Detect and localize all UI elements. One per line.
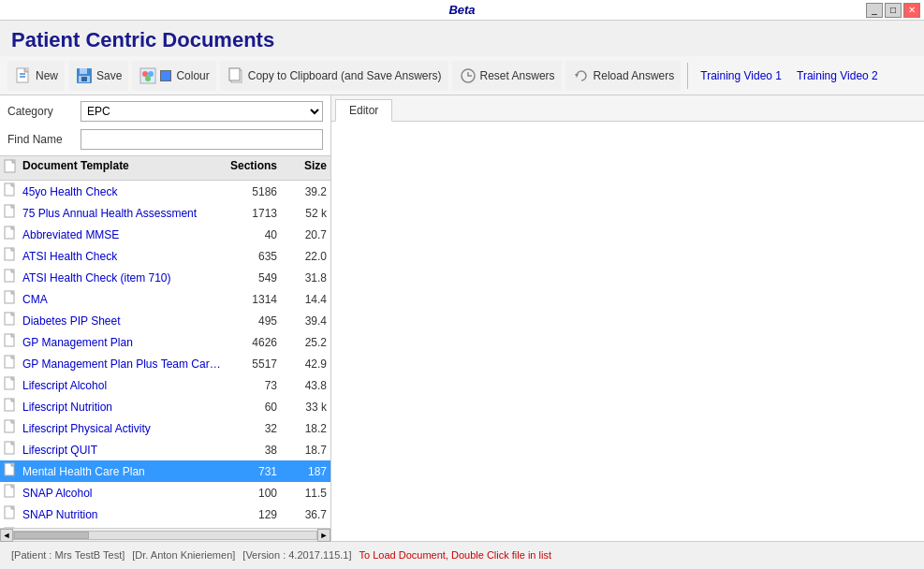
doc-icon: [4, 441, 22, 459]
table-row[interactable]: Lifescript Nutrition6033 k: [0, 396, 330, 417]
doc-size: 187: [285, 465, 327, 478]
doc-sections: 1314: [224, 293, 285, 306]
category-select[interactable]: EPC: [81, 101, 323, 122]
editor-area: [331, 122, 924, 541]
table-row[interactable]: SNAP Nutrition12936.7: [0, 503, 330, 525]
svg-rect-7: [81, 77, 87, 81]
table-row[interactable]: Lifescript Physical Activity3218.2: [0, 417, 330, 439]
doc-name: 45yo Health Check: [22, 185, 224, 198]
scroll-left-btn[interactable]: ◄: [0, 529, 13, 542]
svg-rect-5: [80, 68, 87, 74]
doc-name: Lifescript Nutrition: [22, 401, 224, 414]
doc-sections: 495: [224, 314, 285, 328]
doc-size: 11.5: [285, 487, 327, 500]
svg-point-10: [148, 71, 154, 77]
right-panel: Editor: [331, 95, 924, 541]
svg-point-9: [142, 71, 148, 77]
scroll-right-btn[interactable]: ►: [317, 529, 330, 542]
svg-marker-15: [575, 74, 579, 78]
tab-bar: Editor: [331, 95, 924, 122]
header-document-template: Document Template: [22, 159, 224, 177]
h-scrollbar-thumb: [14, 532, 89, 539]
copy-icon: [227, 66, 245, 85]
doc-size: 20.7: [285, 228, 327, 241]
doc-icon: [4, 398, 22, 416]
colour-icon: [139, 66, 157, 85]
table-row[interactable]: 75 Plus Annual Health Assessment171352 k: [0, 202, 330, 224]
doc-sections: 5517: [224, 357, 285, 371]
doc-icon: [4, 247, 22, 265]
doc-name: 75 Plus Annual Health Assessment: [22, 207, 224, 220]
doc-icon: [4, 204, 22, 222]
new-icon: [14, 66, 33, 85]
copy-button[interactable]: Copy to Clipboard (and Save Answers): [220, 61, 448, 91]
doc-icon: [4, 333, 22, 351]
doc-icon: [4, 376, 22, 394]
doc-sections: 60: [224, 401, 285, 414]
reset-label: Reset Answers: [480, 69, 555, 82]
table-row[interactable]: GP Management Plan Plus Team Care Ar...5…: [0, 353, 330, 374]
title-bar: Beta _ □ ✕: [0, 0, 924, 21]
table-row[interactable]: ATSI Health Check (item 710)54931.8: [0, 267, 330, 288]
status-hint: To Load Document, Double Click file in l…: [356, 549, 555, 561]
reset-button[interactable]: Reset Answers: [452, 61, 562, 91]
close-button[interactable]: ✕: [903, 3, 920, 18]
colour-button[interactable]: Colour: [132, 61, 215, 91]
tab-editor[interactable]: Editor: [335, 99, 392, 122]
doc-name: GP Management Plan Plus Team Care Ar...: [22, 357, 224, 371]
doc-icon: [4, 312, 22, 329]
table-row[interactable]: GP Management Plan462625.2: [0, 331, 330, 353]
doc-size: 18.7: [285, 444, 327, 457]
doc-sections: 73: [224, 379, 285, 392]
category-label: Category: [7, 105, 73, 118]
doc-sections: 549: [224, 271, 285, 284]
doc-icon: [4, 269, 22, 286]
scrollbar-area: ◄ ►: [0, 528, 330, 541]
reload-button[interactable]: Reload Answers: [565, 61, 682, 91]
status-bar: [Patient : Mrs TestB Test] [Dr. Anton Kn…: [0, 541, 924, 567]
header-size: Size: [285, 159, 327, 177]
minimize-button[interactable]: _: [866, 3, 883, 18]
doc-size: 33 k: [285, 401, 327, 414]
window-controls[interactable]: _ □ ✕: [866, 3, 920, 18]
doc-size: 42.9: [285, 357, 327, 371]
colour-label: Colour: [176, 69, 209, 82]
copy-label: Copy to Clipboard (and Save Answers): [248, 69, 442, 82]
table-row[interactable]: Lifescript QUIT3818.7: [0, 439, 330, 460]
doc-icon: [4, 505, 22, 523]
find-name-input[interactable]: [81, 129, 323, 150]
svg-rect-13: [229, 68, 240, 80]
table-row[interactable]: ATSI Health Check63522.0: [0, 245, 330, 267]
table-row[interactable]: Mental Health Care Plan731187: [0, 460, 330, 482]
doc-icon: [4, 226, 22, 243]
maximize-button[interactable]: □: [885, 3, 902, 18]
save-button[interactable]: Save: [68, 61, 128, 91]
reload-icon: [572, 66, 591, 85]
doc-icon: [4, 290, 22, 308]
training-video-2-link[interactable]: Training Video 2: [791, 67, 884, 84]
table-row[interactable]: Diabetes PIP Sheet49539.4: [0, 310, 330, 331]
table-row[interactable]: SNAP Alcohol10011.5: [0, 482, 330, 503]
h-scrollbar-track[interactable]: [13, 531, 317, 540]
save-icon: [75, 66, 94, 85]
doc-name: Lifescript QUIT: [22, 444, 224, 457]
doc-sections: 4626: [224, 336, 285, 349]
new-button[interactable]: New: [7, 61, 65, 91]
save-label: Save: [96, 69, 122, 82]
table-row[interactable]: CMA131414.4: [0, 288, 330, 310]
table-row[interactable]: Lifescript Alcohol7343.8: [0, 374, 330, 396]
doc-name: Abbreviated MMSE: [22, 228, 224, 241]
doc-size: 18.2: [285, 422, 327, 435]
doc-sections: 731: [224, 465, 285, 478]
doc-size: 52 k: [285, 207, 327, 220]
status-patient: [Patient : Mrs TestB Test]: [7, 549, 128, 561]
training-video-1-link[interactable]: Training Video 1: [695, 67, 787, 84]
table-row[interactable]: Abbreviated MMSE4020.7: [0, 224, 330, 245]
svg-point-11: [145, 76, 151, 81]
toolbar-sep: [687, 63, 688, 89]
doc-size: 39.4: [285, 314, 327, 328]
doc-sections: 38: [224, 444, 285, 457]
table-row[interactable]: 45yo Health Check518639.2: [0, 181, 330, 202]
doc-sections: 32: [224, 422, 285, 435]
doc-sections: 1713: [224, 207, 285, 220]
